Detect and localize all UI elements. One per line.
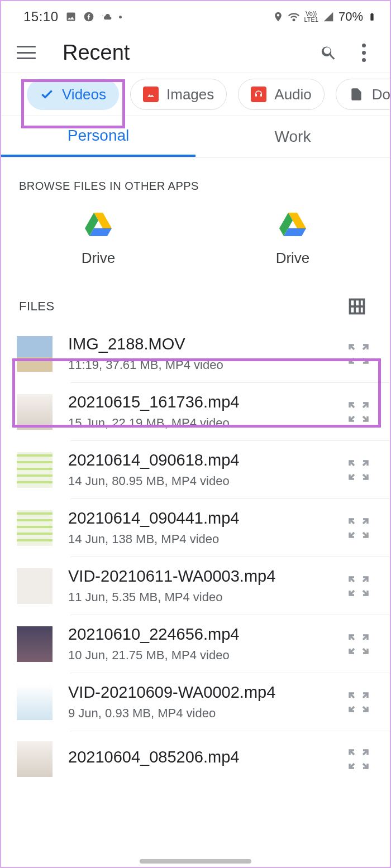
file-row[interactable]: 20210604_085206.mp4 <box>1 731 390 787</box>
file-name: 20210615_161736.mp4 <box>68 393 332 411</box>
file-thumbnail <box>17 684 53 720</box>
app-bar: Recent <box>1 32 390 73</box>
wifi-icon <box>288 11 299 22</box>
signal-icon <box>323 11 334 22</box>
app-label: Drive <box>82 250 116 267</box>
file-thumbnail <box>17 452 53 488</box>
scroll-indicator <box>140 859 251 864</box>
location-icon <box>273 11 284 22</box>
file-meta: VID-20210609-WA0002.mp4 9 Jun, 0.93 MB, … <box>68 683 332 721</box>
svg-rect-0 <box>371 16 373 20</box>
file-subtitle: 15 Jun, 22.19 MB, MP4 video <box>68 416 332 430</box>
check-icon <box>40 87 54 102</box>
file-name: VID-20210611-WA0003.mp4 <box>68 567 332 586</box>
images-icon <box>143 87 159 102</box>
browse-section-title: BROWSE FILES IN OTHER APPS <box>1 157 390 203</box>
app-drive[interactable]: Drive <box>276 213 310 267</box>
file-row[interactable]: 20210614_090441.mp4 14 Jun, 138 MB, MP4 … <box>1 499 390 557</box>
expand-icon <box>347 575 370 597</box>
files-section-title: FILES <box>19 299 55 314</box>
status-time: 15:10 <box>23 9 59 25</box>
file-row[interactable]: VID-20210611-WA0003.mp4 11 Jun, 5.35 MB,… <box>1 557 390 615</box>
file-name: 20210614_090618.mp4 <box>68 451 332 469</box>
other-apps-row: Drive Drive <box>1 203 390 288</box>
app-label: Drive <box>276 250 310 267</box>
file-thumbnail <box>17 568 53 604</box>
file-row[interactable]: 20210614_090618.mp4 14 Jun, 80.95 MB, MP… <box>1 441 390 498</box>
drive-icon <box>85 213 112 237</box>
file-thumbnail <box>17 394 53 430</box>
chip-label: Doc <box>372 86 390 103</box>
chip-label: Images <box>166 86 214 103</box>
file-name: VID-20210609-WA0002.mp4 <box>68 683 332 702</box>
file-name: IMG_2188.MOV <box>68 335 332 353</box>
more-notif-dot <box>119 16 122 18</box>
facebook-icon <box>83 11 94 22</box>
file-name: 20210610_224656.mp4 <box>68 625 332 644</box>
file-subtitle: 11:19, 37.61 MB, MP4 video <box>68 358 332 372</box>
file-meta: 20210614_090441.mp4 14 Jun, 138 MB, MP4 … <box>68 509 332 546</box>
tab-personal[interactable]: Personal <box>1 116 196 157</box>
file-list[interactable]: IMG_2188.MOV 11:19, 37.61 MB, MP4 video … <box>1 325 390 787</box>
filter-chips-row[interactable]: Videos Images Audio Doc <box>1 73 390 116</box>
app-drive[interactable]: Drive <box>82 213 116 267</box>
expand-icon <box>347 401 370 423</box>
expand-icon <box>347 517 370 539</box>
search-button[interactable] <box>318 42 340 63</box>
tab-work[interactable]: Work <box>196 116 390 157</box>
file-subtitle: 10 Jun, 21.75 MB, MP4 video <box>68 648 332 663</box>
battery-pct: 70% <box>338 9 363 24</box>
network-label: Vo))LTE1 <box>304 11 318 23</box>
file-meta: 20210614_090618.mp4 14 Jun, 80.95 MB, MP… <box>68 451 332 488</box>
expand-icon <box>347 343 370 365</box>
chip-images[interactable]: Images <box>130 79 227 110</box>
files-section-header: FILES <box>1 288 390 325</box>
chip-videos[interactable]: Videos <box>27 79 119 110</box>
file-subtitle: 9 Jun, 0.93 MB, MP4 video <box>68 706 332 721</box>
chip-label: Audio <box>274 86 312 103</box>
file-thumbnail <box>17 336 53 372</box>
file-row[interactable]: 20210615_161736.mp4 15 Jun, 22.19 MB, MP… <box>1 383 390 440</box>
file-row[interactable]: 20210610_224656.mp4 10 Jun, 21.75 MB, MP… <box>1 615 390 673</box>
file-subtitle: 14 Jun, 80.95 MB, MP4 video <box>68 474 332 488</box>
file-subtitle: 11 Jun, 5.35 MB, MP4 video <box>68 590 332 605</box>
drive-icon <box>279 213 306 237</box>
page-title: Recent <box>63 41 305 65</box>
file-name: 20210614_090441.mp4 <box>68 509 332 527</box>
weather-icon <box>101 11 112 22</box>
status-bar: 15:10 Vo))LTE1 70% <box>1 1 390 32</box>
overflow-menu-button[interactable] <box>353 42 374 63</box>
file-thumbnail <box>17 626 53 662</box>
view-grid-button[interactable] <box>349 298 365 315</box>
file-meta: VID-20210611-WA0003.mp4 11 Jun, 5.35 MB,… <box>68 567 332 605</box>
chip-label: Videos <box>62 86 106 103</box>
expand-icon <box>347 459 370 481</box>
profile-tabs: Personal Work <box>1 116 390 157</box>
file-meta: 20210604_085206.mp4 <box>68 748 332 771</box>
chip-documents[interactable]: Doc <box>336 79 390 110</box>
battery-icon <box>368 10 376 23</box>
file-subtitle: 14 Jun, 138 MB, MP4 video <box>68 532 332 546</box>
menu-button[interactable] <box>17 43 36 62</box>
file-row[interactable]: VID-20210609-WA0002.mp4 9 Jun, 0.93 MB, … <box>1 673 390 731</box>
expand-icon <box>347 691 370 713</box>
file-meta: IMG_2188.MOV 11:19, 37.61 MB, MP4 video <box>68 335 332 372</box>
file-thumbnail <box>17 510 53 546</box>
document-icon <box>349 87 364 102</box>
expand-icon <box>347 633 370 655</box>
audio-icon <box>251 87 266 102</box>
file-meta: 20210615_161736.mp4 15 Jun, 22.19 MB, MP… <box>68 393 332 430</box>
chip-audio[interactable]: Audio <box>238 79 325 110</box>
expand-icon <box>347 748 370 770</box>
file-meta: 20210610_224656.mp4 10 Jun, 21.75 MB, MP… <box>68 625 332 663</box>
file-thumbnail <box>17 741 53 777</box>
image-icon <box>65 11 77 22</box>
search-icon <box>320 44 338 61</box>
file-name: 20210604_085206.mp4 <box>68 748 332 766</box>
file-row[interactable]: IMG_2188.MOV 11:19, 37.61 MB, MP4 video <box>1 325 390 382</box>
